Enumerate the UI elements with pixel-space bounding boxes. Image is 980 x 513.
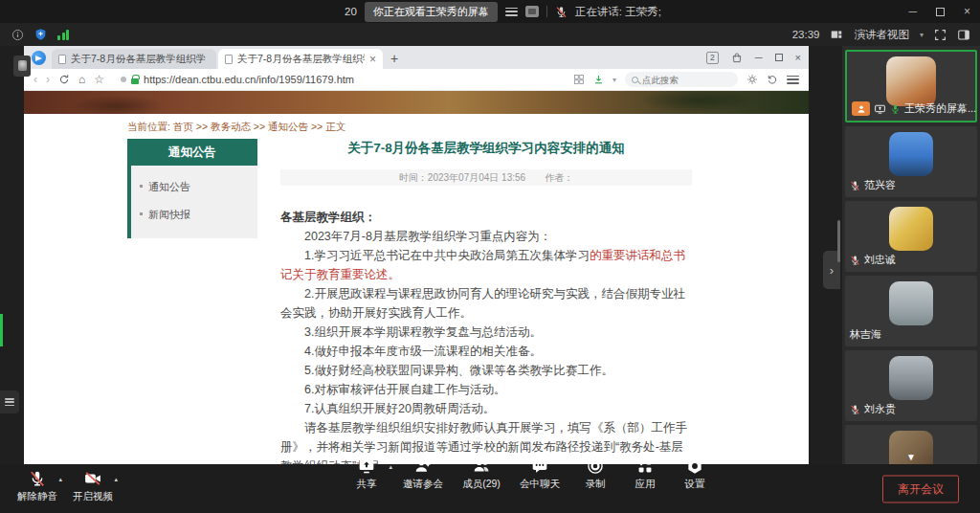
chat-button[interactable]: 会中聊天 [513,452,567,501]
site-info-icon[interactable] [121,77,126,82]
url-field[interactable]: https://dean.ctbu.edu.cn/info/1959/11679… [113,72,565,88]
leave-meeting-button[interactable]: 离开会议 [882,475,959,502]
sidebar-item-news[interactable]: 新闻快报 [131,201,257,229]
settings-button[interactable]: 设置 [674,452,716,501]
invite-person-icon [414,457,432,475]
participant-name: 林吉海 [850,327,881,342]
participant-tile-wangrongxiu[interactable]: 王荣秀的屏幕... [845,50,977,123]
extension-badge[interactable]: 2 [706,52,719,64]
browser-search-box[interactable] [625,72,738,87]
new-tab-button[interactable]: + [390,51,398,66]
avatar [889,207,933,251]
browser-search-input[interactable] [642,75,719,85]
share-screen-button[interactable]: ▴ 共享 [345,452,389,501]
record-label: 录制 [586,478,606,491]
list-item-4: 4.做好申报本年度市级一流课程的相关准备。 [280,342,692,361]
view-mode-selector[interactable]: 演讲者视图 [854,28,909,42]
settings-label: 设置 [685,478,705,491]
participant-tile-liuyonggui[interactable]: 刘永贵 [845,350,977,421]
refresh-icon[interactable] [58,74,70,85]
unmute-label: 解除静音 [17,490,57,503]
network-signal-icon[interactable] [57,30,69,40]
sidebar-item-notices[interactable]: 通知公告 [131,173,257,201]
members-button[interactable]: 成员(29) [457,452,505,501]
browser-window: 关于7-8月份各基层教学组织学 关于7-8月份各基层教学组织学 × + 2 ─ … [24,46,809,464]
avatar [889,281,933,325]
browser-tab-2[interactable]: 关于7-8月份各基层教学组织学 × [218,49,383,69]
apps-label: 应用 [635,478,656,491]
participant-name: 范兴容 [864,178,896,192]
apps-button[interactable]: 应用 [624,452,666,501]
record-button[interactable]: 录制 [574,452,616,501]
undo-history-icon[interactable] [767,74,778,85]
shared-screen-stage: 关于7-8月份各基层教学组织学 关于7-8月份各基层教学组织学 × + 2 ─ … [0,46,980,464]
security-shield-icon[interactable] [34,28,47,41]
floating-widget-icon[interactable] [13,56,31,77]
caret-up-icon[interactable]: ▴ [389,463,392,471]
chevron-down-icon[interactable]: ▾ [920,31,924,39]
fullscreen-icon[interactable] [934,29,947,41]
start-video-button[interactable]: ▴ 开启视频 [65,464,121,513]
annotation-menu-icon[interactable] [505,8,518,16]
chat-bubble-icon [531,457,548,475]
browser-menu-icon[interactable] [787,76,799,84]
list-item-5: 5.做好财经高校联盟同课异构、微课等各类教学比赛工作。 [280,361,692,380]
home-icon[interactable]: ⌂ [78,74,85,85]
app-market-icon[interactable] [731,52,743,64]
invite-label: 邀请参会 [403,478,443,491]
minimize-button[interactable]: ─ [908,6,917,17]
scroll-down-icon[interactable]: ▼ [906,453,916,462]
participant-tile-fanxingrong[interactable]: 范兴容 [845,126,977,197]
muted-mic-icon [29,470,46,487]
browser-logo-icon[interactable] [32,51,46,65]
chat-label: 会中聊天 [520,478,560,491]
browser-minimize-button[interactable]: ─ [755,52,763,63]
tab-close-icon[interactable]: × [369,53,376,66]
presenter-badge-icon [852,101,870,116]
watching-screen-banner: 你正在观看王荣秀的屏幕 [365,2,498,22]
forward-icon[interactable]: › [46,74,50,85]
side-panel-icon[interactable] [957,29,970,41]
maximize-button[interactable] [936,8,945,16]
speaking-status: 正在讲话: 王荣秀; [575,5,661,19]
sidebar-header: 通知公告 [127,139,257,166]
members-label: 成员(29) [462,478,501,491]
invite-button[interactable]: 邀请参会 [396,452,450,501]
mic-on-icon [890,103,901,115]
close-button[interactable]: × [964,6,970,17]
article-meta: 时间：2023年07月04日 13:56 作者： [280,169,692,186]
article-title: 关于7-8月份各基层教学组织学习内容安排的通知 [280,140,692,157]
browser-maximize-button[interactable] [775,54,783,61]
bookmark-star-icon[interactable]: ☆ [94,74,104,85]
breadcrumb[interactable]: 当前位置: 首页 >> 教务动态 >> 通知公告 >> 正文 [127,121,345,134]
sidebar-scrollbar[interactable] [837,220,840,262]
participant-name: 刘忠诚 [864,253,896,267]
whiteboard-icon[interactable] [525,6,539,17]
share-screen-icon [358,457,375,475]
tab-title: 关于7-8月份各基层教学组织学 [71,53,210,66]
muted-mic-icon [555,6,568,18]
browser-close-button[interactable]: × [795,52,801,63]
apps-grid-icon[interactable] [573,74,585,85]
meeting-info-icon[interactable] [11,29,24,41]
reading-mode-icon[interactable] [746,74,758,85]
caret-up-icon[interactable]: ▴ [114,476,118,483]
participant-tile-linjihai[interactable]: 林吉海 [845,276,977,346]
list-item-2: 2.开展思政课程与课程思政协同育人的理论研究与实践，结合假期专业社会实践，协助开… [280,284,692,323]
avatar [889,356,933,400]
layout-view-icon[interactable] [830,29,843,41]
annotation-panel-toggle[interactable] [0,390,19,413]
chevron-down-icon[interactable]: ▾ [612,76,616,84]
browser-addressbar: ‹ › ⌂ ☆ https://dean.ctbu.edu.cn/info/19… [24,69,809,91]
salutation: 各基层教学组织： [280,208,692,227]
participant-tile-liuzhongcheng[interactable]: 刘忠诚 [845,201,977,272]
download-icon[interactable] [593,74,604,85]
back-icon[interactable]: ‹ [33,74,37,85]
caret-up-icon[interactable]: ▴ [58,476,62,483]
unmute-button[interactable]: ▴ 解除静音 [10,464,65,513]
participants-sidebar: 王荣秀的屏幕... 范兴容 [842,46,980,464]
divider [546,6,547,17]
muted-mic-icon [850,255,860,266]
browser-tab-1[interactable]: 关于7-8月份各基层教学组织学 [52,49,216,69]
tab-title: 关于7-8月份各基层教学组织学 [237,53,365,66]
